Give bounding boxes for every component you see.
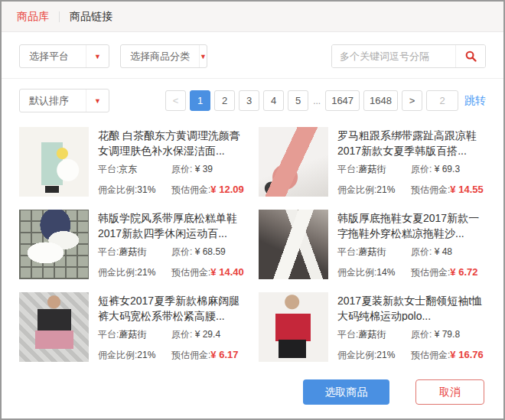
product-est-commission: 预估佣金:¥ 14.40 [171,266,246,279]
page-button-1648[interactable]: 1648 [363,90,398,111]
product-price: 原价: ¥ 48 [411,246,486,259]
product-title: 韩版厚底拖鞋女夏2017新款一字拖鞋外穿松糕凉拖鞋沙... [337,210,486,239]
cancel-button[interactable]: 取消 [415,379,484,405]
product-est-commission: 预估佣金:¥ 14.55 [411,184,486,197]
category-select-label: 选择商品分类 [121,50,199,63]
product-image-pink-shorts-outfit [19,292,89,362]
product-title: 短裤女2017夏季新款棉麻阔腿裤大码宽松系带松紧高腰... [98,293,246,321]
dialog-footer: 选取商品 取消 [2,367,503,418]
product-card[interactable]: 罗马粗跟系绑带露趾高跟凉鞋2017新款女夏季韩版百搭... 平台:蘑菇街 原价:… [259,127,486,197]
page-button-2[interactable]: 2 [214,90,235,111]
product-title: 2017夏装新款女士翻领短袖t恤大码纯棉运动polo... [337,293,486,321]
product-commission-rate: 佣金比例:21% [98,349,171,362]
page-button-1[interactable]: 1 [190,90,210,111]
product-price: 原价: ¥ 68.59 [171,246,246,259]
tab-bar: 商品库 商品链接 [2,2,503,32]
search-icon [464,50,477,63]
product-platform: 平台:蘑菇街 [337,163,411,176]
product-commission-rate: 佣金比例:21% [98,266,171,279]
platform-select-label: 选择平台 [20,50,86,63]
product-platform: 平台:蘑菇街 [98,246,171,259]
platform-select[interactable]: 选择平台 ▼ [19,44,109,68]
product-picker-dialog: 商品库 商品链接 选择平台 ▼ 选择商品分类 ▼ 默认排序 ▼ [0,0,505,420]
caret-down-icon: ▼ [86,45,109,67]
product-title: 韩版学院风系带厚底松糕单鞋2017新款四季休闲运动百... [98,210,246,239]
tab-product-library[interactable]: 商品库 [17,10,49,24]
product-commission-rate: 佣金比例:31% [98,184,171,197]
select-products-button[interactable]: 选取商品 [303,379,389,405]
product-image-cosmetic-tube [19,127,89,197]
product-est-commission: 预估佣金:¥ 12.09 [171,184,246,197]
product-commission-rate: 佣金比例:21% [337,184,411,197]
search-box [331,44,486,68]
product-card[interactable]: 短裤女2017夏季新款棉麻阔腿裤大码宽松系带松紧高腰... 平台:蘑菇街 原价:… [19,292,246,362]
product-price: 原价: ¥ 69.3 [411,163,486,176]
product-card[interactable]: 韩版厚底拖鞋女夏2017新款一字拖鞋外穿松糕凉拖鞋沙... 平台:蘑菇街 原价:… [259,210,486,279]
search-button[interactable] [455,45,485,67]
tab-divider [59,11,60,22]
next-page-button[interactable]: > [402,90,422,111]
product-est-commission: 预估佣金:¥ 6.17 [171,349,246,362]
product-image-pink-high-heel-sandals [259,127,328,197]
product-platform: 平台:京东 [98,163,171,176]
product-commission-rate: 佣金比例:21% [337,349,411,362]
jump-button[interactable]: 跳转 [464,94,486,108]
page-button-4[interactable]: 4 [263,90,284,111]
product-platform: 平台:蘑菇街 [337,246,411,259]
search-input[interactable] [332,45,455,67]
page-button-3[interactable]: 3 [239,90,259,111]
pagination-ellipsis: ... [312,96,321,106]
product-platform: 平台:蘑菇街 [98,328,171,341]
page-button-1647[interactable]: 1647 [325,90,360,111]
prev-page-button[interactable]: < [165,90,186,111]
product-est-commission: 预估佣金:¥ 6.72 [411,266,486,279]
product-title: 花酿 白茶酿东方黄调理洗颜膏 女调理肤色补水保湿洁面... [98,128,246,156]
caret-down-icon: ▼ [199,45,207,67]
product-title: 罗马粗跟系绑带露趾高跟凉鞋2017新款女夏季韩版百搭... [337,128,486,156]
product-price: 原价: ¥ 29.4 [171,328,246,341]
pagination: < 1 2 3 4 5 ... 1647 1648 > 跳转 [165,90,486,111]
tab-product-link[interactable]: 商品链接 [70,10,112,24]
sort-select-label: 默认排序 [20,94,86,108]
jump-page-input[interactable] [426,90,458,111]
product-image-white-platform-slippers [259,210,328,279]
product-price: 原价: ¥ 79.8 [411,328,486,341]
product-card[interactable]: 花酿 白茶酿东方黄调理洗颜膏 女调理肤色补水保湿洁面... 平台:京东 原价: … [19,127,246,197]
page-button-5[interactable]: 5 [288,90,308,111]
category-select[interactable]: 选择商品分类 ▼ [120,44,207,68]
filter-row: 选择平台 ▼ 选择商品分类 ▼ [2,32,503,79]
caret-down-icon: ▼ [86,90,109,112]
product-commission-rate: 佣金比例:14% [337,266,411,279]
product-platform: 平台:蘑菇街 [337,328,411,341]
product-image-white-platform-sneakers [19,210,89,279]
product-card[interactable]: 韩版学院风系带厚底松糕单鞋2017新款四季休闲运动百... 平台:蘑菇街 原价:… [19,210,246,279]
toolbar: 默认排序 ▼ < 1 2 3 4 5 ... 1647 1648 > 跳转 [2,79,503,122]
sort-select[interactable]: 默认排序 ▼ [19,89,109,112]
product-price: 原价: ¥ 39 [171,163,246,176]
product-card[interactable]: 2017夏装新款女士翻领短袖t恤大码纯棉运动polo... 平台:蘑菇街 原价:… [259,292,486,362]
product-grid: 花酿 白茶酿东方黄调理洗颜膏 女调理肤色补水保湿洁面... 平台:京东 原价: … [2,122,503,367]
product-image-red-polo-shirt [259,292,328,362]
product-est-commission: 预估佣金:¥ 16.76 [411,349,486,362]
